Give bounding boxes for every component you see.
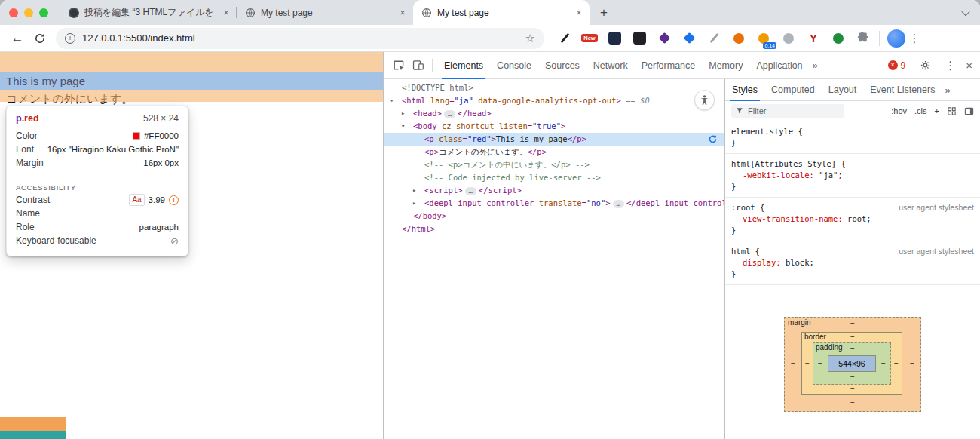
tab-my-test-page-active[interactable]: My test page × <box>413 0 590 25</box>
dom-node[interactable]: <!DOCTYPE html> <box>384 81 724 94</box>
new-tab-button[interactable]: + <box>594 3 614 23</box>
close-window-button[interactable] <box>9 8 18 17</box>
tab-my-test-page-1[interactable]: My test page × <box>237 0 413 25</box>
browser-menu-icon[interactable]: ⋮ <box>905 29 923 48</box>
tab-search-chevron-icon[interactable] <box>958 5 972 20</box>
more-panels-icon[interactable]: » <box>810 60 821 71</box>
devtools-tab-console[interactable]: Console <box>490 52 538 78</box>
styles-filter-bar: Filter :hov.cls+ <box>725 101 980 121</box>
url-bar[interactable]: i 127.0.0.1:5500/index.html ☆ <box>56 28 544 49</box>
style-rule[interactable]: html {user agent stylesheetdisplay: bloc… <box>725 241 980 285</box>
devtools-tab-performance[interactable]: Performance <box>635 52 703 78</box>
css-declaration[interactable]: view-transition-name: root; <box>731 213 974 225</box>
dom-attr: lang <box>426 96 450 105</box>
purple-diamond-extension-icon[interactable] <box>656 30 672 47</box>
box-model-margin[interactable]: margin border padding 544×96 − − − − − −… <box>784 317 921 412</box>
dom-val: "true" <box>532 121 561 130</box>
dom-node-selected[interactable]: <p class="red">This is my page</p> <box>384 133 724 146</box>
reload-button[interactable] <box>29 27 51 50</box>
devtools-tab-application[interactable]: Application <box>749 52 809 78</box>
tab-strip: 投稿を編集 “3 HTMLファイルを × My test page × My t… <box>0 0 980 25</box>
state-button-hov[interactable]: :hov <box>891 106 907 115</box>
tab-close-icon[interactable]: × <box>220 7 232 19</box>
dom-node[interactable]: <p>コメントの外にいます。</p> <box>384 146 724 158</box>
live-reload-icon[interactable] <box>708 134 718 145</box>
close-devtools-icon[interactable]: × <box>966 59 972 72</box>
green-circle-extension-icon[interactable] <box>830 30 847 47</box>
styles-tab-layout[interactable]: Layout <box>822 79 864 100</box>
grey-circle-extension-icon[interactable] <box>780 30 797 47</box>
bookmark-star-icon[interactable]: ☆ <box>525 32 535 45</box>
blue-diamond-extension-icon[interactable] <box>681 30 697 47</box>
style-rule[interactable]: html[Attributes Style] {-webkit-locale: … <box>725 154 980 198</box>
grey-pencil-extension-icon[interactable] <box>706 30 722 47</box>
dom-tag: </body> <box>413 211 446 220</box>
dark-shield-extension-icon[interactable] <box>631 30 648 47</box>
dom-node[interactable]: <!-- <p>コメントの中にいます。</p> --> <box>384 158 724 171</box>
settings-gear-icon[interactable] <box>915 56 935 75</box>
dom-node[interactable]: ▸<deepl-input-controller translate="no">… <box>384 197 724 210</box>
accessibility-section-header: ACCESSIBILITY <box>16 177 179 192</box>
state-button-cls[interactable]: .cls <box>914 106 927 115</box>
minimize-window-button[interactable] <box>24 8 33 17</box>
devtools-tab-elements[interactable]: Elements <box>437 52 490 78</box>
tab-title: 投稿を編集 “3 HTMLファイルを <box>84 6 215 19</box>
box-model-dash: − <box>850 373 856 381</box>
profile-avatar[interactable] <box>887 29 905 48</box>
eyedropper-extension-icon[interactable] <box>556 30 573 47</box>
tab-wordpress-editor[interactable]: 投稿を編集 “3 HTMLファイルを × <box>60 0 237 25</box>
box-model-content[interactable]: 544×96 <box>828 355 876 372</box>
styles-filter-input[interactable]: Filter <box>731 104 844 118</box>
collapsed-content-button[interactable]: … <box>613 200 624 208</box>
tab-close-icon[interactable]: × <box>573 7 585 19</box>
dark-square-extension-icon[interactable] <box>606 30 623 47</box>
inspect-element-icon[interactable] <box>388 56 408 75</box>
dom-tag: <p <box>424 134 434 143</box>
extensions-puzzle-icon[interactable] <box>855 30 871 47</box>
site-info-icon[interactable]: i <box>65 33 75 44</box>
accessibility-toggle-button[interactable] <box>694 90 715 110</box>
dom-node[interactable]: </html> <box>384 223 724 235</box>
state-button-[interactable]: + <box>935 106 939 115</box>
dark-shield-extension-icon-glyph <box>633 32 646 45</box>
orange-circle-extension-icon[interactable] <box>730 30 747 47</box>
devtools-tab-sources[interactable]: Sources <box>538 52 586 78</box>
dom-node[interactable]: <!-- Code injected by live-server --> <box>384 171 724 184</box>
console-error-badge[interactable]: × 9 <box>888 60 906 71</box>
collapse-caret-icon[interactable]: ▾ <box>401 120 405 133</box>
meter-extension-icon[interactable]: 0.14 <box>755 30 772 47</box>
dom-node[interactable]: ▾<body cz-shortcut-listen="true"> <box>384 120 724 133</box>
collapsed-content-button[interactable]: … <box>465 187 476 195</box>
dock-sidebar-icon[interactable] <box>964 106 974 116</box>
tab-close-icon[interactable]: × <box>397 7 409 19</box>
dom-attr: translate <box>534 198 581 207</box>
styles-tab-computed[interactable]: Computed <box>764 79 822 100</box>
css-declaration[interactable]: -webkit-locale: "ja"; <box>731 170 974 181</box>
y-extension-icon[interactable]: Y <box>805 30 822 47</box>
styles-tab-event-listeners[interactable]: Event Listeners <box>863 79 942 100</box>
expand-caret-icon[interactable]: ▸ <box>412 184 416 197</box>
devtools-menu-icon[interactable]: ⋮ <box>945 59 956 72</box>
grid-icon[interactable] <box>947 106 957 116</box>
devtools-tab-memory[interactable]: Memory <box>702 52 749 78</box>
back-button[interactable]: ← <box>6 27 29 50</box>
expand-caret-icon[interactable]: ▸ <box>401 107 405 120</box>
fullscreen-window-button[interactable] <box>39 8 48 17</box>
more-sidebar-tabs-icon[interactable]: » <box>942 84 953 96</box>
expand-caret-icon[interactable]: ▸ <box>412 197 416 210</box>
dom-attr: class <box>434 134 463 143</box>
collapsed-content-button[interactable]: … <box>444 110 455 118</box>
new-badge-extension-icon[interactable]: New <box>581 30 598 47</box>
device-toolbar-icon[interactable] <box>408 56 427 75</box>
dom-node[interactable]: ▾<html lang="ja" data-google-analytics-o… <box>384 94 724 107</box>
devtools-tab-network[interactable]: Network <box>586 52 635 78</box>
dom-node[interactable]: </body> <box>384 210 724 223</box>
url-text[interactable]: 127.0.0.1:5500/index.html <box>82 32 519 44</box>
collapse-caret-icon[interactable]: ▾ <box>390 94 394 107</box>
style-rule[interactable]: :root {user agent stylesheetview-transit… <box>725 198 980 241</box>
styles-tab-styles[interactable]: Styles <box>725 79 764 100</box>
css-declaration[interactable]: display: block; <box>731 257 974 269</box>
style-rule[interactable]: element.style {} <box>725 121 980 154</box>
dom-node[interactable]: ▸<head>…</head> <box>384 107 724 120</box>
dom-node[interactable]: ▸<script>…</script> <box>384 184 724 197</box>
